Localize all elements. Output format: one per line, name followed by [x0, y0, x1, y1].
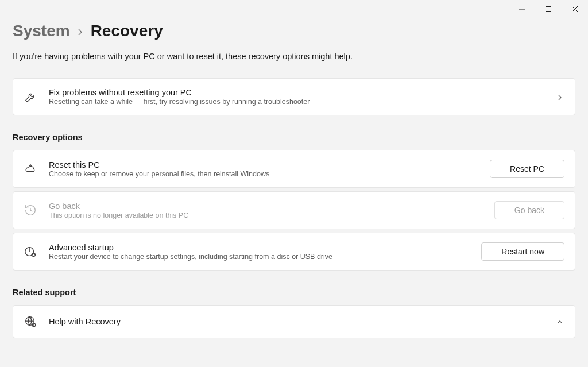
close-button[interactable] [562, 0, 588, 18]
breadcrumb: System Recovery [13, 22, 575, 40]
svg-rect-0 [546, 7, 551, 12]
wrench-icon [24, 90, 37, 104]
chevron-right-icon [556, 93, 564, 101]
minimize-button[interactable] [509, 0, 535, 18]
maximize-button[interactable] [535, 0, 562, 18]
power-gear-icon [24, 245, 37, 258]
advanced-startup-desc: Restart your device to change startup se… [49, 253, 470, 261]
restart-now-button[interactable]: Restart now [481, 242, 564, 261]
troubleshoot-desc: Resetting can take a while — first, try … [49, 98, 545, 106]
reset-pc-desc: Choose to keep or remove your personal f… [49, 170, 478, 178]
close-icon [572, 6, 578, 12]
reset-pc-card: Reset this PC Choose to keep or remove y… [13, 150, 575, 188]
go-back-title: Go back [49, 202, 483, 211]
chevron-up-icon [556, 318, 564, 326]
section-related-support: Related support [13, 288, 575, 297]
reset-pc-button[interactable]: Reset PC [490, 160, 564, 178]
troubleshoot-card[interactable]: Fix problems without resetting your PC R… [13, 78, 575, 115]
reset-pc-title: Reset this PC [49, 160, 478, 169]
cloud-reset-icon [24, 162, 37, 176]
intro-text: If you're having problems with your PC o… [13, 52, 575, 61]
troubleshoot-title: Fix problems without resetting your PC [49, 88, 545, 97]
advanced-startup-title: Advanced startup [49, 243, 470, 252]
globe-help-icon [24, 315, 37, 329]
help-recovery-title: Help with Recovery [49, 317, 545, 326]
section-recovery-options: Recovery options [13, 133, 575, 142]
page-title: Recovery [91, 22, 163, 40]
go-back-desc: This option is no longer available on th… [49, 211, 483, 219]
go-back-button: Go back [494, 201, 564, 219]
chevron-right-icon [77, 24, 84, 38]
window-titlebar [0, 0, 588, 18]
advanced-startup-card: Advanced startup Restart your device to … [13, 233, 575, 271]
history-icon [24, 203, 37, 217]
help-recovery-card[interactable]: Help with Recovery [13, 305, 575, 338]
minimize-icon [519, 6, 525, 12]
go-back-card: Go back This option is no longer availab… [13, 191, 575, 229]
maximize-icon [546, 6, 551, 12]
breadcrumb-parent[interactable]: System [13, 22, 70, 40]
